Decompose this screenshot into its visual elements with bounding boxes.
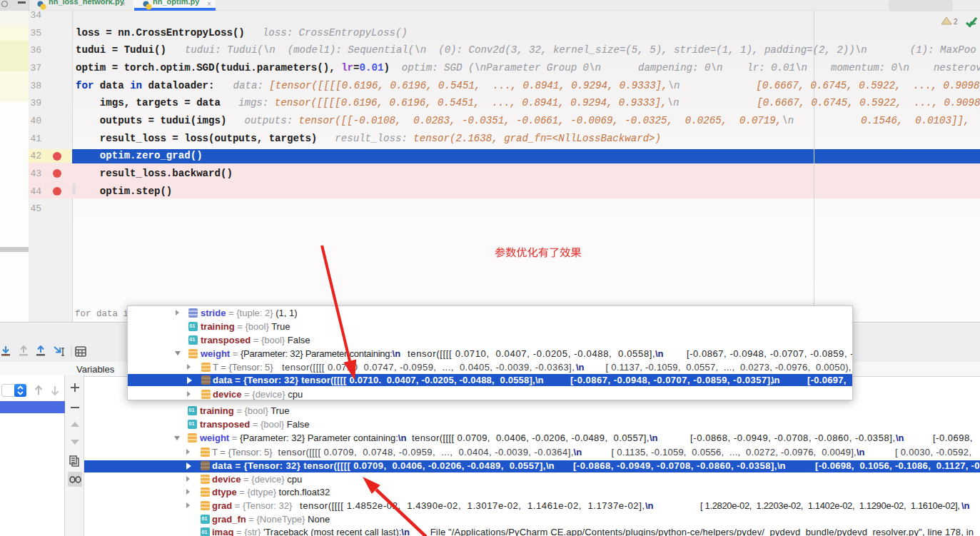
svg-text:2: 2	[954, 18, 958, 26]
